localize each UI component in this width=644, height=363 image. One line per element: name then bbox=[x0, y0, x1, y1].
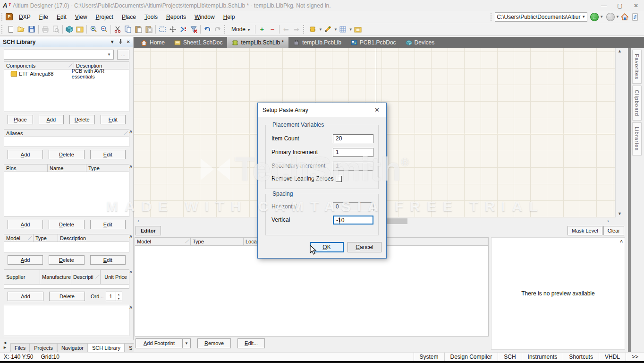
tab-favorites[interactable]: Favorites bbox=[632, 50, 642, 84]
tab-sch-library[interactable]: SCH Library bbox=[88, 343, 125, 352]
tab-home[interactable]: Home bbox=[136, 37, 169, 48]
back-dropdown-icon[interactable]: ▼ bbox=[600, 15, 603, 19]
toolbar-grip[interactable] bbox=[224, 25, 227, 34]
navigate-back-button[interactable]: ← bbox=[590, 13, 599, 21]
collapse-section-icon[interactable]: ^ bbox=[129, 165, 132, 170]
tab-navigator[interactable]: Navigator bbox=[57, 343, 88, 352]
collapse-section-icon[interactable]: ^ bbox=[129, 270, 132, 276]
tab-files[interactable]: Files bbox=[10, 343, 30, 352]
add-component-button[interactable]: Add bbox=[39, 115, 64, 124]
model-column-header[interactable]: Model⟋ bbox=[4, 234, 34, 242]
select-area-icon[interactable] bbox=[157, 24, 168, 35]
next-icon[interactable]: ➡ bbox=[291, 24, 302, 35]
status-vhdl-button[interactable]: VHDL bbox=[599, 353, 626, 361]
add-footprint-button[interactable]: Add Footprint ▼ bbox=[136, 338, 191, 348]
menu-tools[interactable]: Tools bbox=[140, 12, 162, 22]
ok-button[interactable]: OK bbox=[310, 242, 344, 252]
paste-icon[interactable] bbox=[133, 24, 144, 35]
menu-reports[interactable]: Reports bbox=[162, 12, 190, 22]
collapse-section-icon[interactable]: ^ bbox=[129, 235, 132, 240]
component-filter-input[interactable]: ▼ bbox=[4, 50, 114, 60]
scroll-left-icon[interactable]: ‹ bbox=[135, 217, 142, 225]
redo-icon[interactable] bbox=[212, 24, 223, 35]
primary-increment-field[interactable]: 1 bbox=[333, 148, 373, 157]
name-column-header[interactable]: Name bbox=[48, 164, 86, 172]
type-column-header[interactable]: Type bbox=[34, 234, 58, 242]
editor-tab[interactable]: Editor bbox=[136, 226, 161, 235]
delete-component-button[interactable]: Delete bbox=[69, 115, 95, 124]
components-column-header[interactable]: Components⟋ bbox=[4, 62, 74, 69]
add-supplier-button[interactable]: Add bbox=[8, 292, 43, 301]
navigate-forward-button[interactable]: → bbox=[606, 13, 615, 21]
move-selection-icon[interactable] bbox=[168, 24, 178, 35]
clear-button[interactable]: Clear bbox=[603, 226, 624, 235]
address-combo[interactable]: C:\Users\Public\Documents\Altiur ▼ bbox=[495, 12, 587, 22]
menu-window[interactable]: Window bbox=[190, 12, 219, 22]
vertical-spacing-field[interactable]: -10 bbox=[333, 216, 373, 225]
spinner-arrows[interactable]: ▲▼ bbox=[116, 292, 122, 301]
previous-icon[interactable]: ⬅ bbox=[281, 24, 291, 35]
menu-help[interactable]: Help bbox=[219, 12, 239, 22]
status-sch-button[interactable]: SCH bbox=[498, 353, 521, 361]
edit-model-button[interactable]: Edit bbox=[90, 255, 126, 265]
menu-place[interactable]: Place bbox=[118, 12, 140, 22]
toolbar-grip[interactable] bbox=[1, 25, 4, 34]
panel-close-icon[interactable]: ✕ bbox=[127, 39, 130, 44]
delete-model-button[interactable]: Delete bbox=[49, 255, 84, 265]
collapse-section-icon[interactable]: ^ bbox=[129, 306, 132, 311]
status-more-button[interactable]: >> bbox=[626, 353, 644, 361]
horizontal-spacing-field[interactable]: 0 bbox=[333, 202, 373, 211]
forward-dropdown-icon[interactable]: ▼ bbox=[616, 15, 619, 19]
menu-view[interactable]: View bbox=[71, 12, 92, 22]
scroll-down-icon[interactable]: ▼ bbox=[616, 210, 624, 217]
menu-file[interactable]: File bbox=[35, 12, 52, 22]
supplier-list[interactable] bbox=[4, 285, 129, 289]
toolbar-grip[interactable] bbox=[491, 13, 493, 21]
remove-icon[interactable]: − bbox=[267, 24, 278, 35]
manufacturer-column-header[interactable]: Manufacture bbox=[40, 270, 71, 284]
place-button[interactable]: Place bbox=[8, 115, 33, 124]
close-button[interactable]: ✕ bbox=[628, 0, 644, 11]
aliases-list[interactable] bbox=[4, 137, 129, 147]
document-options-icon[interactable] bbox=[353, 24, 363, 35]
tab-clipboard[interactable]: Clipboard bbox=[632, 86, 642, 121]
tab-projects[interactable]: Projects bbox=[30, 343, 57, 352]
delete-pin-button[interactable]: Delete bbox=[49, 220, 84, 229]
component-view-icon[interactable] bbox=[64, 24, 75, 35]
filter-options-button[interactable]: ... bbox=[117, 50, 129, 60]
unit-price-column-header[interactable]: Unit Price bbox=[101, 270, 129, 284]
undo-icon[interactable] bbox=[202, 24, 212, 35]
edit-alias-button[interactable]: Edit bbox=[90, 150, 126, 159]
remove-footprint-button[interactable]: Remove bbox=[197, 338, 231, 348]
pin-icon[interactable] bbox=[119, 39, 123, 45]
description-column-header[interactable]: Descripti⟋ bbox=[71, 270, 101, 284]
status-shortcuts-button[interactable]: Shortcuts bbox=[563, 353, 599, 361]
chevron-down-icon[interactable]: ▼ bbox=[105, 52, 113, 57]
delete-alias-button[interactable]: Delete bbox=[49, 150, 84, 159]
item-count-field[interactable]: 20 bbox=[333, 134, 373, 143]
minimize-button[interactable]: — bbox=[596, 0, 612, 11]
cancel-button[interactable]: Cancel bbox=[347, 242, 381, 252]
chevron-down-icon[interactable]: ▼ bbox=[182, 339, 190, 348]
tab-templib-schlib[interactable]: tempLib.SchLib * bbox=[227, 37, 288, 48]
tab-pcb1-pcbdoc[interactable]: PCB1.PcbDoc bbox=[346, 37, 401, 48]
open-in-new-window-button[interactable] bbox=[630, 12, 640, 22]
status-system-button[interactable]: System bbox=[414, 353, 444, 361]
secondary-increment-field[interactable]: 1 bbox=[333, 162, 373, 171]
tab-sheet1-schdoc[interactable]: Sheet1.SchDoc bbox=[169, 37, 227, 48]
cross-probe-icon[interactable] bbox=[178, 24, 188, 35]
ic-component-icon[interactable] bbox=[307, 24, 318, 35]
components-list[interactable]: ETF Atmega88 PCB with AVR essentials bbox=[4, 69, 129, 112]
clear-filter-icon[interactable] bbox=[188, 24, 199, 35]
canvas-vertical-scrollbar[interactable]: ▲ ▼ bbox=[615, 48, 623, 217]
type-column-header[interactable]: Type bbox=[191, 238, 244, 245]
component-row[interactable]: ETF Atmega88 PCB with AVR essentials bbox=[4, 69, 129, 78]
type-column-header[interactable]: Type bbox=[86, 164, 129, 172]
add-alias-button[interactable]: Add bbox=[8, 150, 43, 159]
toolbar-grip[interactable] bbox=[1, 13, 4, 21]
chevron-down-icon[interactable]: ▼ bbox=[319, 27, 322, 32]
menu-edit[interactable]: Edit bbox=[52, 12, 71, 22]
dialog-close-icon[interactable]: ✕ bbox=[373, 106, 381, 113]
chevron-down-icon[interactable]: ▼ bbox=[334, 27, 338, 32]
tab-devices[interactable]: Devices bbox=[401, 37, 440, 48]
